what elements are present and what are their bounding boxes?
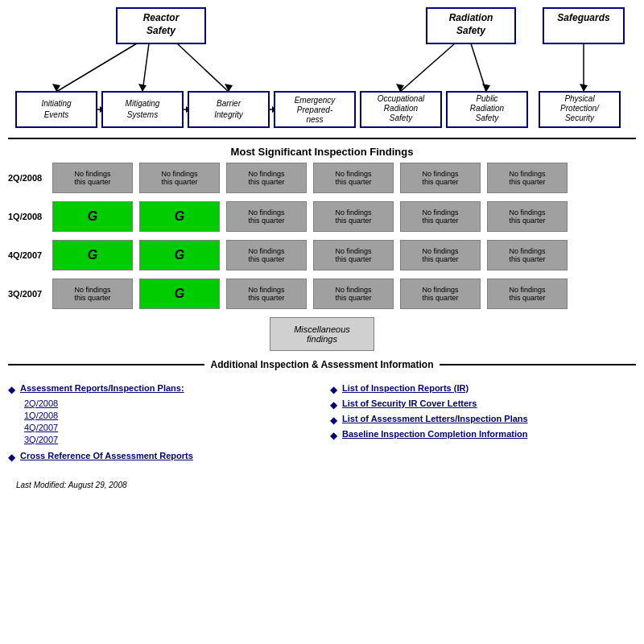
right-link-text-0[interactable]: List of Inspection Reports (IR): [342, 383, 469, 393]
finding-cell[interactable]: No findingsthis quarter: [400, 163, 481, 193]
finding-cell[interactable]: No findingsthis quarter: [313, 201, 394, 232]
svg-text:Emergency: Emergency: [295, 96, 336, 105]
svg-text:Radiation: Radiation: [449, 12, 493, 23]
finding-cell[interactable]: No findingsthis quarter: [226, 240, 307, 270]
finding-cell[interactable]: G: [139, 240, 220, 270]
right-links: ◆List of Inspection Reports (IR)◆List of…: [330, 383, 636, 466]
finding-cell[interactable]: No findingsthis quarter: [52, 279, 133, 309]
svg-rect-20: [16, 92, 97, 127]
additional-title: Additional Inspection & Assessment Infor…: [8, 359, 636, 370]
right-link-text-3[interactable]: Baseline Inspection Completion Informati…: [342, 429, 527, 439]
svg-text:Security: Security: [565, 114, 595, 122]
quarter-label: 4Q/2007: [8, 250, 52, 260]
right-link-item-2: ◆List of Assessment Letters/Inspection P…: [330, 414, 636, 426]
finding-cell[interactable]: No findingsthis quarter: [487, 201, 568, 232]
svg-marker-19: [580, 84, 588, 92]
right-link-text-2[interactable]: List of Assessment Letters/Inspection Pl…: [342, 414, 528, 423]
svg-line-10: [142, 43, 149, 92]
svg-rect-30: [188, 92, 269, 127]
misc-findings-box: Miscellaneousfindings: [270, 317, 374, 351]
svg-text:Radiation: Radiation: [470, 104, 505, 113]
quarter-label: 1Q/2008: [8, 212, 52, 221]
finding-cell[interactable]: No findingsthis quarter: [139, 163, 220, 193]
findings-row-4Q2007: 4Q/2007GGNo findingsthis quarterNo findi…: [8, 240, 636, 270]
divider-1: [8, 138, 636, 139]
finding-cell[interactable]: No findingsthis quarter: [226, 163, 307, 193]
finding-cell[interactable]: G: [52, 240, 133, 270]
finding-cell[interactable]: No findingsthis quarter: [487, 279, 568, 309]
finding-cell[interactable]: No findingsthis quarter: [400, 279, 481, 309]
svg-text:Safeguards: Safeguards: [557, 12, 610, 23]
quarter-links: 2Q/20081Q/20084Q/20073Q/2007: [8, 398, 314, 444]
svg-text:Integrity: Integrity: [214, 110, 244, 119]
findings-row-3Q2007: 3Q/2007No findingsthis quarterGNo findin…: [8, 279, 636, 309]
finding-cell[interactable]: No findingsthis quarter: [400, 201, 481, 232]
quarter-link-1Q2008[interactable]: 1Q/2008: [24, 411, 314, 420]
finding-cell[interactable]: No findingsthis quarter: [313, 279, 394, 309]
svg-marker-11: [138, 84, 147, 92]
findings-row-2Q2008: 2Q/2008No findingsthis quarterNo finding…: [8, 163, 636, 193]
svg-text:Safety: Safety: [147, 25, 176, 36]
finding-cell[interactable]: No findingsthis quarter: [226, 201, 307, 232]
svg-line-12: [177, 43, 229, 92]
svg-text:Barrier: Barrier: [217, 99, 242, 108]
assessment-reports-label[interactable]: Assessment Reports/Inspection Plans:: [20, 383, 184, 393]
diagram-svg: Reactor Safety Radiation Safety Safeguar…: [8, 5, 636, 130]
svg-text:Public: Public: [476, 94, 497, 103]
finding-cell[interactable]: No findingsthis quarter: [52, 163, 133, 193]
svg-text:Physical: Physical: [564, 94, 595, 103]
additional-divider-container: Additional Inspection & Assessment Infor…: [0, 359, 644, 370]
diamond-icon-r2: ◆: [330, 415, 337, 426]
svg-text:Mitigating: Mitigating: [126, 99, 160, 108]
finding-cell[interactable]: No findingsthis quarter: [487, 163, 568, 193]
quarter-link-2Q2008[interactable]: 2Q/2008: [24, 398, 314, 408]
svg-text:Systems: Systems: [127, 110, 158, 119]
svg-text:Protection/: Protection/: [560, 104, 600, 113]
svg-text:Radiation: Radiation: [384, 104, 419, 113]
finding-cell[interactable]: G: [52, 201, 133, 232]
svg-text:Prepared-: Prepared-: [297, 105, 333, 114]
finding-cell[interactable]: No findingsthis quarter: [313, 240, 394, 270]
svg-text:Occupational: Occupational: [378, 94, 425, 103]
svg-line-8: [56, 43, 137, 92]
svg-line-14: [400, 43, 455, 92]
svg-text:Initiating: Initiating: [41, 99, 72, 108]
diagram-container: Reactor Safety Radiation Safety Safeguar…: [0, 0, 644, 131]
svg-text:Safety: Safety: [476, 114, 499, 122]
right-link-item-1: ◆List of Security IR Cover Letters: [330, 398, 636, 411]
quarter-link-3Q2007[interactable]: 3Q/2007: [24, 435, 314, 444]
misc-findings-label: Miscellaneousfindings: [294, 324, 350, 344]
misc-findings-container: Miscellaneousfindings: [0, 317, 644, 351]
diamond-icon-r0: ◆: [330, 384, 337, 395]
svg-text:Safety: Safety: [390, 114, 413, 122]
finding-cell[interactable]: No findingsthis quarter: [487, 240, 568, 270]
quarter-link-4Q2007[interactable]: 4Q/2007: [24, 423, 314, 432]
diamond-icon-r3: ◆: [330, 430, 337, 441]
finding-cell[interactable]: No findingsthis quarter: [400, 240, 481, 270]
finding-cell[interactable]: No findingsthis quarter: [313, 163, 394, 193]
diamond-icon-1: ◆: [8, 384, 15, 395]
right-link-item-0: ◆List of Inspection Reports (IR): [330, 383, 636, 395]
finding-cell[interactable]: G: [139, 201, 220, 232]
svg-rect-25: [102, 92, 183, 127]
cross-reference-label[interactable]: Cross Reference Of Assessment Reports: [20, 451, 193, 460]
finding-cell[interactable]: G: [139, 279, 220, 309]
cross-reference-item: ◆ Cross Reference Of Assessment Reports: [8, 451, 314, 463]
right-link-item-3: ◆Baseline Inspection Completion Informat…: [330, 429, 636, 441]
svg-marker-13: [225, 84, 233, 92]
svg-marker-15: [396, 84, 404, 92]
links-section: ◆ Assessment Reports/Inspection Plans: 2…: [0, 377, 644, 473]
right-link-text-1[interactable]: List of Security IR Cover Letters: [342, 398, 477, 408]
svg-text:Safety: Safety: [456, 25, 486, 36]
assessment-reports-item: ◆ Assessment Reports/Inspection Plans:: [8, 383, 314, 395]
finding-cell[interactable]: No findingsthis quarter: [226, 279, 307, 309]
svg-text:Events: Events: [44, 110, 69, 119]
findings-section: 2Q/2008No findingsthis quarterNo finding…: [0, 163, 644, 309]
svg-marker-17: [482, 84, 490, 92]
diamond-icon-r1: ◆: [330, 399, 337, 411]
most-significant-title: Most Significant Inspection Findings: [0, 146, 644, 158]
svg-text:Reactor: Reactor: [143, 12, 180, 23]
quarter-label: 3Q/2007: [8, 289, 52, 299]
last-modified: Last Modified: August 29, 2008: [16, 481, 628, 489]
findings-row-1Q2008: 1Q/2008GGNo findingsthis quarterNo findi…: [8, 201, 636, 232]
